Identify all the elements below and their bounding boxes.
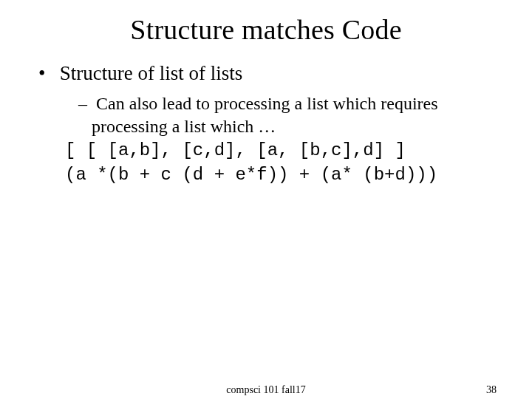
bullet-level-2: Can also lead to processing a list which… [78,92,497,137]
page-number: 38 [486,384,497,396]
slide: Structure matches Code Structure of list… [0,0,532,399]
footer-course: compsci 101 fall17 [226,384,305,396]
bullet-2-text: Can also lead to processing a list which… [92,94,438,136]
bullet-level-1: Structure of list of lists [38,62,497,85]
code-line-1: [ [ [a,b], [c,d], [a, [b,c],d] ] [65,139,497,163]
page-title: Structure matches Code [35,13,497,46]
bullet-1-text: Structure of list of lists [60,62,242,84]
code-line-2: (a *(b + c (d + e*f)) + (a* (b+d))) [65,163,497,187]
